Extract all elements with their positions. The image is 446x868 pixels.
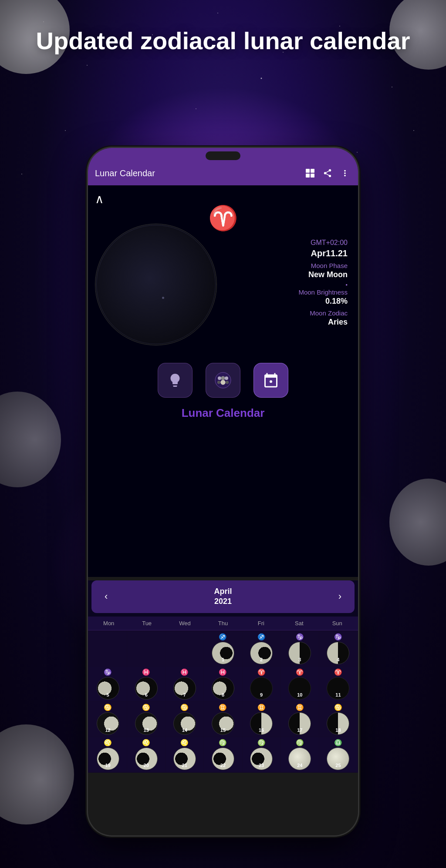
moon-info-panel: GMT+02:00 Apr11.21 Moon Phase New Moon ●… (221, 239, 351, 330)
zodiac-symbol: ♌ (180, 739, 189, 747)
svg-point-1 (218, 376, 221, 380)
calendar-cell[interactable]: ♓6 (127, 667, 165, 701)
day-header-wed: Wed (166, 620, 204, 627)
moon-phase-circle: 11 (327, 677, 349, 700)
zodiac-symbol: ♋ (104, 704, 112, 711)
zodiac-symbol: ♋ (142, 704, 150, 711)
day-number: 13 (144, 727, 149, 733)
zodiac-symbol: ♑ (104, 668, 112, 676)
moon-phase-circle: 25 (327, 747, 349, 770)
moon-phase-circle: 15 (212, 712, 234, 735)
day-number: 24 (297, 763, 302, 768)
moon-phase-visual (95, 224, 217, 345)
day-number: 16 (259, 727, 264, 733)
zodiac-symbol: ♑ (334, 633, 342, 641)
moon-phases-button[interactable] (206, 363, 240, 398)
calendar-grid: ♐1♐2♑3♑4♑5♓6♓7♓8♈9♈10♈11♋12♋13♋14♊15♊16♊… (88, 630, 358, 773)
calendar-cell[interactable]: ♌20 (127, 737, 165, 772)
calendar-cell[interactable]: ♍23 (243, 737, 280, 772)
share-button[interactable] (321, 167, 334, 179)
calendar-cell[interactable]: ♎25 (319, 737, 357, 772)
moon-phase-circle: 17 (288, 712, 311, 735)
zodiac-symbol: ♌ (104, 739, 112, 747)
calendar-cell[interactable]: ♋13 (127, 702, 165, 737)
zodiac-symbol: ♓ (219, 668, 227, 676)
calendar-cell[interactable]: ♋12 (89, 702, 127, 737)
calendar-cell[interactable]: ♈10 (281, 667, 319, 701)
moon-phase-circle: 22 (212, 747, 234, 770)
zodiac-symbol: ♋ (180, 704, 189, 711)
day-number: 2 (260, 657, 263, 662)
moon-phase-circle: 23 (250, 747, 273, 770)
zodiac-symbol: ♊ (257, 704, 266, 711)
calendar-cell[interactable]: ♌21 (166, 737, 203, 772)
month-year-display: April 2021 (214, 586, 232, 607)
calendar-cell[interactable]: ♑4 (319, 631, 357, 666)
lunar-calendar-label: Lunar Calendar (88, 402, 358, 422)
day-number: 18 (335, 727, 341, 733)
calendar-cell[interactable]: ♌19 (89, 737, 127, 772)
zodiac-symbol: ♊ (296, 704, 304, 711)
day-number: 12 (105, 727, 110, 733)
day-header-sat: Sat (280, 620, 318, 627)
moon-phase-circle: 4 (327, 642, 349, 664)
day-number: 19 (105, 763, 110, 768)
zodiac-symbol: ♊ (219, 704, 227, 711)
zodiac-symbol: ♐ (257, 633, 266, 641)
calendar-cell[interactable]: ♊15 (204, 702, 242, 737)
calendar-cell[interactable]: ♐2 (243, 631, 280, 666)
calendar-cell[interactable]: ♐1 (204, 631, 242, 666)
calendar-cell[interactable]: ♍22 (204, 737, 242, 772)
date-display: Apr11.21 (221, 248, 348, 258)
day-number: 14 (182, 727, 187, 733)
moon-phase-circle: 12 (97, 712, 119, 735)
calendar-cell[interactable]: ♈11 (319, 667, 357, 701)
zodiac-symbol: ♎ (334, 739, 342, 747)
zodiac-value: Aries (221, 318, 348, 327)
day-number: 25 (335, 763, 341, 768)
day-number: 1 (222, 657, 224, 662)
moon-phase-circle: 24 (288, 747, 311, 770)
day-number: 15 (220, 727, 226, 733)
tip-button[interactable] (158, 363, 193, 398)
calendar-cell[interactable]: ♊17 (281, 702, 319, 737)
grid-icon (306, 169, 314, 178)
calendar-cell[interactable]: ♑5 (89, 667, 127, 701)
zodiac-symbol: ♍ (296, 739, 304, 747)
calendar-cell[interactable]: ♓8 (204, 667, 242, 701)
moon-phase-circle: 7 (173, 677, 196, 700)
phase-value: New Moon (221, 270, 348, 279)
moon-phase-circle: 20 (135, 747, 158, 770)
moon-circle (95, 224, 217, 345)
brightness-value: 0.18% (221, 297, 348, 306)
more-icon (340, 168, 350, 178)
prev-month-button[interactable]: ‹ (100, 591, 112, 602)
day-number: 23 (259, 763, 264, 768)
calendar-cell[interactable]: ♋14 (166, 702, 203, 737)
day-headers: Mon Tue Wed Thu Fri Sat Sun (88, 617, 358, 630)
action-buttons-row (88, 350, 358, 402)
calendar-cell[interactable]: ♊16 (243, 702, 280, 737)
separator-dot-1: ● (221, 283, 348, 287)
grid-view-button[interactable] (304, 167, 316, 179)
calendar-cell[interactable]: ♑3 (281, 631, 319, 666)
moon-phase-circle: 1 (212, 642, 234, 664)
zodiac-label: Moon Zodiac (221, 309, 348, 317)
calendar-cell (166, 631, 203, 666)
calendar-cell[interactable]: ♍24 (281, 737, 319, 772)
day-number: 9 (260, 692, 263, 697)
zodiac-symbol: ♈ (257, 668, 266, 676)
zodiac-symbol: ♋ (334, 704, 342, 711)
calendar-cell[interactable]: ♈9 (243, 667, 280, 701)
moon-phase-circle: 19 (97, 747, 119, 770)
zodiac-symbol: ♓ (142, 668, 150, 676)
next-month-button[interactable]: › (334, 591, 346, 602)
zodiac-symbol: ♍ (219, 739, 227, 747)
calendar-cell[interactable]: ♋18 (319, 702, 357, 737)
moon-phase-circle: 8 (212, 677, 234, 700)
day-header-mon: Mon (90, 620, 128, 627)
moon-phase-circle: 3 (288, 642, 311, 664)
calendar-cell[interactable]: ♓7 (166, 667, 203, 701)
calendar-button[interactable] (253, 363, 288, 398)
more-options-button[interactable] (339, 167, 351, 179)
